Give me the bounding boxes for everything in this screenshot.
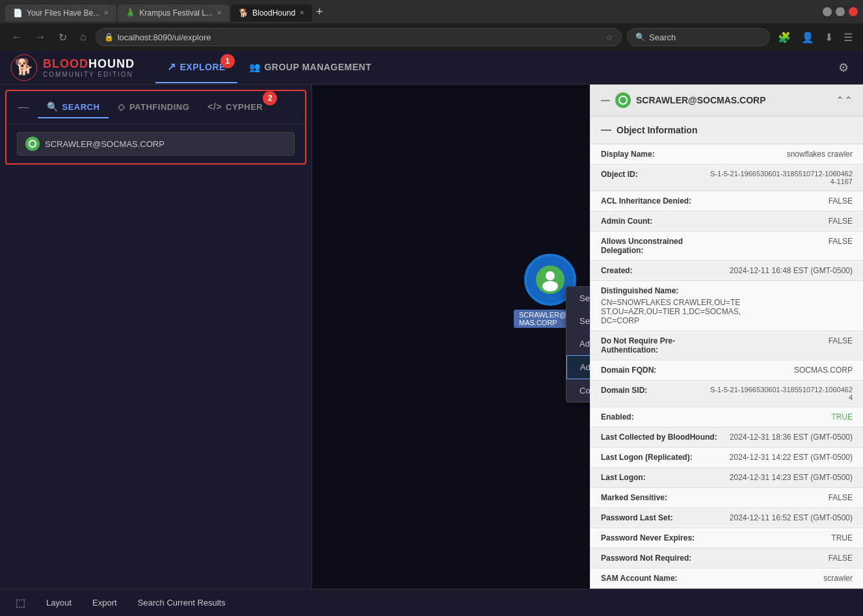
layout-label: Layout <box>46 598 72 608</box>
address-bar[interactable]: 🔒 localhost:8090/ui/explore ☆ <box>96 28 622 46</box>
info-marked-sensitive: Marked Sensitive: FALSE <box>591 488 863 508</box>
new-tab-button[interactable]: + <box>313 3 326 21</box>
info-last-logon: Last Logon: 2024-12-31 14:23 EST (GMT-05… <box>591 468 863 488</box>
tab-close-bh[interactable]: ✕ <box>299 9 304 16</box>
settings-button[interactable]: ⚙ <box>834 57 853 79</box>
context-menu: Set as starting node Set as ending node … <box>566 286 590 403</box>
enabled-label: Enabled: <box>601 412 634 422</box>
pwd-last-set-label: Password Last Set: <box>601 513 673 522</box>
nav-group-label: GROUP MANAGEMENT <box>264 62 371 72</box>
group-nav-icon: 👥 <box>249 62 261 72</box>
browser-minimize[interactable] <box>823 7 832 16</box>
info-pwd-last-set: Password Last Set: 2024-12-11 16:52 EST … <box>591 508 863 528</box>
context-set-starting-node[interactable]: Set as starting node <box>566 287 590 310</box>
info-object-id: Object ID: S-1-5-21-1966530601-318551071… <box>591 165 863 191</box>
context-add-high-value[interactable]: Add to High Value <box>566 332 590 355</box>
search-tab-label: SEARCH <box>62 102 100 112</box>
header-right: ⚙ <box>834 57 853 79</box>
domain-fqdn-label: Domain FQDN: <box>601 366 656 375</box>
tab-bloodhound[interactable]: 🐕 BloodHound ✕ <box>231 5 312 21</box>
menu-icon[interactable]: ☰ <box>841 29 855 46</box>
object-id-label: Object ID: <box>601 170 638 179</box>
profile-icon[interactable]: 👤 <box>799 29 817 46</box>
panel-header: — 🔍 SEARCH ◇ PATHFINDING </> CYPHER <box>7 91 305 124</box>
info-enabled: Enabled: TRUE <box>591 407 863 427</box>
tab-krampus[interactable]: 🎄 Krampus Festival L... ✕ <box>118 5 230 21</box>
home-button[interactable]: ⌂ <box>76 29 90 46</box>
svg-point-3 <box>542 281 558 291</box>
tab-search[interactable]: 🔍 SEARCH <box>38 96 109 118</box>
tab-your-files[interactable]: 📄 Your Files Have Be... ✕ <box>5 5 116 21</box>
marked-sensitive-value: FALSE <box>829 493 853 502</box>
tab-close-your-files[interactable]: ✕ <box>103 9 109 16</box>
admin-count-value: FALSE <box>829 217 853 226</box>
last-logon-rep-value: 2024-12-31 14:22 EST (GMT-0500) <box>730 453 853 462</box>
user-dot-inner <box>29 140 36 148</box>
object-info-collapse[interactable]: — <box>601 124 611 136</box>
right-panel-collapse-button[interactable]: — <box>601 95 610 105</box>
address-text: localhost:8090/ui/explore <box>118 33 211 42</box>
search-icon: 🔍 <box>635 33 645 42</box>
lock-icon: 🔒 <box>104 33 114 42</box>
context-add-to-owned[interactable]: Add to Owned <box>566 355 590 379</box>
display-name-label: Display Name: <box>601 150 655 159</box>
info-distinguished-name: Distinguished Name: CN=SNOWFLAKES CRAWLE… <box>591 281 863 331</box>
browser-search-bar[interactable]: 🔍 Search <box>627 28 770 46</box>
object-id-value: S-1-5-21-1966530601-3185510712-10604624-… <box>710 170 853 185</box>
layout-button[interactable]: Layout <box>41 595 77 610</box>
reload-button[interactable]: ↻ <box>55 29 71 46</box>
tab-label: Your Files Have Be... <box>27 8 100 18</box>
info-unconstrained: Allows Unconstrained Delegation: FALSE <box>591 232 863 261</box>
browser-close[interactable] <box>849 7 858 16</box>
display-name-value: snowflakes crawler <box>787 150 853 159</box>
context-copy[interactable]: Copy ▶ <box>566 379 590 402</box>
context-set-ending-node[interactable]: Set as ending node <box>566 310 590 332</box>
svg-text:🐕: 🐕 <box>14 57 34 76</box>
search-results-label: Search Current Results <box>138 598 226 608</box>
rp-user-icon <box>615 92 631 108</box>
right-panel-expand-button[interactable]: ⌃⌃ <box>836 94 853 107</box>
back-button[interactable]: ← <box>8 29 26 46</box>
download-icon[interactable]: ⬇ <box>822 29 836 46</box>
info-admin-count: Admin Count: FALSE <box>591 211 863 232</box>
marked-sensitive-label: Marked Sensitive: <box>601 493 667 502</box>
tab-label-bh: BloodHound <box>252 8 295 18</box>
created-value: 2024-12-11 16:48 EST (GMT-0500) <box>730 266 853 275</box>
info-last-collected: Last Collected by BloodHound: 2024-12-31… <box>591 427 863 448</box>
svg-point-2 <box>546 271 555 280</box>
info-domain-sid: Domain SID: S-1-5-21-1966530601-31855107… <box>591 381 863 407</box>
tab-close-krampus[interactable]: ✕ <box>217 9 222 16</box>
search-current-results-button[interactable]: Search Current Results <box>133 595 231 610</box>
last-collected-value: 2024-12-31 18:36 EST (GMT-0500) <box>730 433 853 442</box>
forward-button[interactable]: → <box>31 29 49 46</box>
preauth-label: Do Not Require Pre-Authentication: <box>601 336 718 355</box>
acl-label: ACL Inheritance Denied: <box>601 196 691 206</box>
rp-user-inner <box>618 96 628 105</box>
cypher-tab-icon: </> <box>207 101 222 112</box>
search-input-value[interactable]: SCRAWLER@SOCMAS.CORP <box>45 139 165 149</box>
app-nav: ↗ EXPLORE 1 👥 GROUP MANAGEMENT <box>155 51 834 83</box>
bookmark-icon: ☆ <box>605 33 613 42</box>
info-last-logon-rep: Last Logon (Replicated): 2024-12-31 14:2… <box>591 448 863 468</box>
info-no-preauth: Do Not Require Pre-Authentication: FALSE <box>591 331 863 360</box>
panel-collapse-button[interactable]: — <box>14 100 33 114</box>
brand-blood: BLOOD <box>43 57 88 70</box>
object-info-title: Object Information <box>617 125 697 135</box>
nav-group-management[interactable]: 👥 GROUP MANAGEMENT <box>237 53 383 83</box>
info-pwd-not-required: Password Not Required: FALSE <box>591 548 863 569</box>
tab-pathfinding[interactable]: ◇ PATHFINDING <box>109 96 198 118</box>
info-sam-account-name: SAM Account Name: scrawler <box>591 569 863 589</box>
export-button[interactable]: Export <box>87 595 122 610</box>
logo-edition: COMMUNITY EDITION <box>43 71 135 78</box>
graph-canvas[interactable]: SCRAWLER@SOC MAS.CORP 3 Set as starting … <box>312 85 590 589</box>
browser-maximize[interactable] <box>836 7 845 16</box>
last-collected-label: Last Collected by BloodHound: <box>601 433 717 442</box>
extensions-icon[interactable]: 🧩 <box>775 29 793 46</box>
pwd-last-set-value: 2024-12-11 16:52 EST (GMT-0500) <box>730 513 853 522</box>
tab-cypher[interactable]: </> CYPHER <box>198 96 272 118</box>
search-tab-icon: 🔍 <box>47 101 59 112</box>
app-header: 🐕 BLOODHOUND COMMUNITY EDITION ↗ EXPLORE… <box>0 51 863 85</box>
logo-area: 🐕 BLOODHOUND COMMUNITY EDITION <box>10 54 135 81</box>
crop-tool-button[interactable]: ⬚ <box>10 594 31 611</box>
search-field-area: SCRAWLER@SOCMAS.CORP <box>7 124 305 163</box>
